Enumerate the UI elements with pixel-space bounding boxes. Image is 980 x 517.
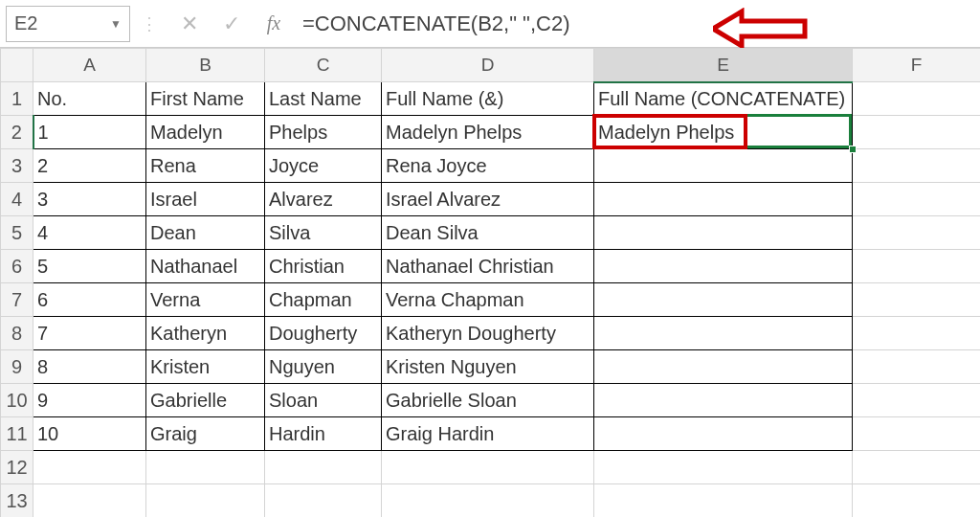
cell[interactable]	[382, 484, 594, 518]
cell[interactable]: Last Name	[265, 82, 382, 116]
cell[interactable]	[146, 484, 265, 518]
cell[interactable]	[594, 283, 853, 317]
cell[interactable]: Nathanael Christian	[382, 250, 594, 283]
cell[interactable]: Dean Silva	[382, 216, 594, 250]
row-header[interactable]: 13	[1, 484, 33, 518]
row-header[interactable]: 3	[1, 149, 33, 183]
cell[interactable]	[853, 417, 981, 451]
row-header[interactable]: 8	[1, 317, 33, 350]
cell[interactable]: 3	[33, 183, 146, 216]
cell[interactable]	[265, 484, 382, 518]
cell[interactable]	[594, 183, 853, 216]
insert-function-button[interactable]: fx	[253, 6, 295, 42]
col-header-E[interactable]: E	[594, 49, 853, 82]
cell[interactable]: 2	[33, 149, 146, 183]
col-header-F[interactable]: F	[853, 49, 981, 82]
row-header[interactable]: 10	[1, 384, 33, 417]
cell[interactable]: Sloan	[265, 384, 382, 417]
cell[interactable]: Dougherty	[265, 317, 382, 350]
cell[interactable]: 1	[33, 116, 146, 149]
row-header[interactable]: 6	[1, 250, 33, 283]
row-header[interactable]: 2	[1, 116, 33, 149]
cell[interactable]: Nathanael	[146, 250, 265, 283]
cell[interactable]: Verna Chapman	[382, 283, 594, 317]
cell[interactable]	[853, 384, 981, 417]
cell[interactable]: 7	[33, 317, 146, 350]
cell[interactable]	[853, 250, 981, 283]
cell[interactable]: Graig	[146, 417, 265, 451]
col-header-C[interactable]: C	[265, 49, 382, 82]
cell[interactable]: Hardin	[265, 417, 382, 451]
row-header[interactable]: 12	[1, 451, 33, 484]
cell[interactable]: Rena	[146, 149, 265, 183]
cell[interactable]: Katheryn	[146, 317, 265, 350]
cell[interactable]	[382, 451, 594, 484]
cell[interactable]: 10	[33, 417, 146, 451]
cell[interactable]	[146, 451, 265, 484]
cell[interactable]	[853, 317, 981, 350]
row-header[interactable]: 4	[1, 183, 33, 216]
cell[interactable]	[594, 216, 853, 250]
cell[interactable]: Phelps	[265, 116, 382, 149]
cell[interactable]: First Name	[146, 82, 265, 116]
cell[interactable]: Katheryn Dougherty	[382, 317, 594, 350]
cell[interactable]	[853, 350, 981, 384]
cell[interactable]: Madelyn	[146, 116, 265, 149]
cell[interactable]: Kristen	[146, 350, 265, 384]
cell[interactable]: Israel	[146, 183, 265, 216]
cell[interactable]: Kristen Nguyen	[382, 350, 594, 384]
formula-input[interactable]	[295, 6, 974, 42]
fill-handle[interactable]	[849, 146, 857, 153]
cell[interactable]	[594, 149, 853, 183]
cell[interactable]: 6	[33, 283, 146, 317]
cell[interactable]	[594, 384, 853, 417]
cell[interactable]	[853, 451, 981, 484]
row-header[interactable]: 9	[1, 350, 33, 384]
row-header[interactable]: 5	[1, 216, 33, 250]
cell[interactable]: Graig Hardin	[382, 417, 594, 451]
cell[interactable]: No.	[33, 82, 146, 116]
cell[interactable]: Full Name (&)	[382, 82, 594, 116]
cell[interactable]: Madelyn Phelps	[382, 116, 594, 149]
cell[interactable]: Dean	[146, 216, 265, 250]
cell[interactable]	[594, 350, 853, 384]
cell[interactable]: Gabrielle	[146, 384, 265, 417]
cell[interactable]	[33, 484, 146, 518]
cell[interactable]	[853, 283, 981, 317]
spreadsheet-grid[interactable]: A B C D E F 1 No. First Name Last Name F…	[0, 48, 980, 517]
cell[interactable]	[853, 216, 981, 250]
cell[interactable]: 5	[33, 250, 146, 283]
col-header-A[interactable]: A	[33, 49, 146, 82]
cell[interactable]: Silva	[265, 216, 382, 250]
cell[interactable]	[265, 451, 382, 484]
cell-active[interactable]: Madelyn Phelps	[594, 116, 853, 149]
cell[interactable]: Israel Alvarez	[382, 183, 594, 216]
name-box[interactable]: E2 ▼	[6, 6, 130, 42]
cell[interactable]	[33, 451, 146, 484]
cell[interactable]: 8	[33, 350, 146, 384]
col-header-B[interactable]: B	[146, 49, 265, 82]
cell[interactable]: Alvarez	[265, 183, 382, 216]
col-header-D[interactable]: D	[382, 49, 594, 82]
cell[interactable]: 4	[33, 216, 146, 250]
cell[interactable]	[594, 317, 853, 350]
enter-formula-button[interactable]: ✓	[211, 6, 253, 42]
cancel-formula-button[interactable]: ✕	[168, 6, 211, 42]
row-header[interactable]: 11	[1, 417, 33, 451]
cell[interactable]: Nguyen	[265, 350, 382, 384]
cell[interactable]: 9	[33, 384, 146, 417]
row-header[interactable]: 1	[1, 82, 33, 116]
cell[interactable]: Rena Joyce	[382, 149, 594, 183]
cell[interactable]: Joyce	[265, 149, 382, 183]
cell[interactable]: Chapman	[265, 283, 382, 317]
cell[interactable]: Full Name (CONCATENATE)	[594, 82, 853, 116]
cell[interactable]	[853, 484, 981, 518]
row-header[interactable]: 7	[1, 283, 33, 317]
cell[interactable]	[594, 417, 853, 451]
cell[interactable]	[853, 116, 981, 149]
cell[interactable]	[853, 183, 981, 216]
cell[interactable]	[853, 82, 981, 116]
cell[interactable]	[853, 149, 981, 183]
cell[interactable]	[594, 451, 853, 484]
cell[interactable]	[594, 484, 853, 518]
